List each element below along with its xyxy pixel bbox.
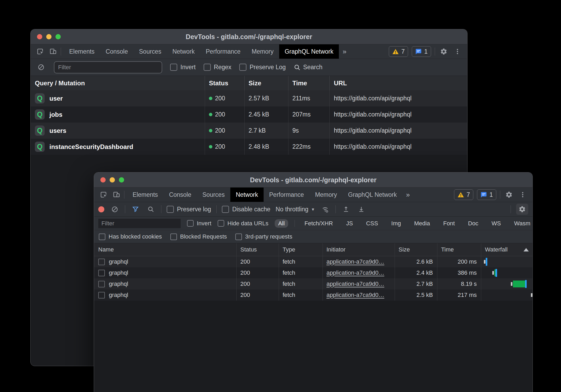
warnings-badge[interactable]: 7 <box>389 46 408 57</box>
checkbox[interactable] <box>167 206 174 213</box>
blocked-requests-checkbox[interactable]: Blocked Requests <box>170 233 227 240</box>
tab-memory[interactable]: Memory <box>310 188 343 202</box>
row-checkbox[interactable] <box>98 270 105 276</box>
kebab-menu-icon[interactable] <box>518 190 528 200</box>
col-time[interactable]: Time <box>288 76 330 90</box>
settings-gear-icon[interactable] <box>504 190 514 200</box>
waterfall-cell[interactable] <box>481 267 532 278</box>
minimize-button[interactable] <box>110 177 115 183</box>
tab-performance[interactable]: Performance <box>200 44 246 59</box>
table-row[interactable]: Q user 200 2.57 kB 211ms https://gitlab.… <box>31 90 467 106</box>
device-toolbar-icon[interactable] <box>48 46 58 57</box>
clear-icon[interactable] <box>110 204 120 214</box>
col-waterfall[interactable]: Waterfall <box>481 243 532 256</box>
waterfall-cell[interactable] <box>481 278 532 290</box>
initiator-link[interactable]: application-a7ca9d0… <box>326 269 384 276</box>
filter-input[interactable] <box>98 219 181 228</box>
filter-type-ws[interactable]: WS <box>488 219 504 228</box>
tab-performance[interactable]: Performance <box>264 188 310 202</box>
col-size[interactable]: Size <box>245 76 288 90</box>
table-row[interactable]: graphql 200 fetch application-a7ca9d0… 2… <box>94 256 532 267</box>
filter-input[interactable] <box>54 61 162 73</box>
filter-type-all[interactable]: All <box>275 219 288 228</box>
checkbox[interactable] <box>222 206 229 213</box>
search-button[interactable]: Search <box>294 64 322 71</box>
tab-graphql-network[interactable]: GraphQL Network <box>343 188 403 202</box>
checkbox[interactable] <box>218 220 224 227</box>
issues-badge[interactable]: 1 <box>477 189 496 200</box>
col-type[interactable]: Type <box>279 243 323 256</box>
close-button[interactable] <box>100 177 106 183</box>
issues-badge[interactable]: 1 <box>412 46 431 57</box>
preserve-log-checkbox[interactable]: Preserve log <box>167 206 211 213</box>
col-time[interactable]: Time <box>437 243 481 256</box>
filter-type-css[interactable]: CSS <box>363 219 381 228</box>
zoom-button[interactable] <box>119 177 124 183</box>
inspect-element-icon[interactable] <box>99 190 109 200</box>
table-row[interactable]: Q jobs 200 2.45 kB 207ms https://gitlab.… <box>31 106 467 123</box>
checkbox[interactable] <box>99 234 105 240</box>
table-row[interactable]: graphql 200 fetch application-a7ca9d0… 2… <box>94 278 532 290</box>
tab-console[interactable]: Console <box>163 188 197 202</box>
filter-type-img[interactable]: Img <box>388 219 404 228</box>
checkbox[interactable] <box>239 64 246 71</box>
tab-elements[interactable]: Elements <box>127 188 163 202</box>
checkbox[interactable] <box>170 234 177 240</box>
tab-console[interactable]: Console <box>100 44 133 59</box>
title-bar[interactable]: DevTools - gitlab.com/-/graphql-explorer <box>31 29 467 44</box>
record-button[interactable] <box>98 206 104 212</box>
waterfall-cell[interactable] <box>481 290 532 301</box>
network-settings-button[interactable] <box>516 204 528 215</box>
col-size[interactable]: Size <box>395 243 437 256</box>
filter-type-js[interactable]: JS <box>343 219 356 228</box>
initiator-link[interactable]: application-a7ca9d0… <box>326 258 384 265</box>
waterfall-cell[interactable] <box>481 256 532 267</box>
checkbox[interactable] <box>187 220 194 227</box>
minimize-button[interactable] <box>46 34 52 39</box>
filter-type-wasm[interactable]: Wasm <box>511 219 533 228</box>
col-status[interactable]: Status <box>237 243 279 256</box>
close-button[interactable] <box>37 34 42 39</box>
row-checkbox[interactable] <box>98 292 105 298</box>
import-har-icon[interactable] <box>341 204 351 214</box>
zoom-button[interactable] <box>55 34 61 39</box>
col-name[interactable]: Name <box>94 243 237 256</box>
clear-icon[interactable] <box>36 62 46 72</box>
tab-sources[interactable]: Sources <box>197 188 230 202</box>
invert-checkbox[interactable]: Invert <box>187 220 211 227</box>
inspect-element-icon[interactable] <box>35 46 45 57</box>
preserve-log-checkbox[interactable]: Preserve Log <box>239 64 286 71</box>
col-status[interactable]: Status <box>205 76 245 90</box>
invert-checkbox[interactable]: Invert <box>170 64 196 71</box>
tab-sources[interactable]: Sources <box>133 44 167 59</box>
settings-gear-icon[interactable] <box>439 46 449 57</box>
table-row[interactable]: Q users 200 2.7 kB 9s https://gitlab.com… <box>31 123 467 139</box>
tab-memory[interactable]: Memory <box>246 44 279 59</box>
warnings-badge[interactable]: 7 <box>454 189 473 200</box>
filter-funnel-icon[interactable] <box>130 204 141 214</box>
tab-network[interactable]: Network <box>230 188 264 202</box>
table-row[interactable]: graphql 200 fetch application-a7ca9d0… 2… <box>94 290 532 301</box>
regex-checkbox[interactable]: Regex <box>204 64 231 71</box>
col-url[interactable]: URL <box>330 76 467 90</box>
third-party-requests-checkbox[interactable]: 3rd-party requests <box>235 233 292 240</box>
col-initiator[interactable]: Initiator <box>323 243 395 256</box>
tab-network[interactable]: Network <box>167 44 200 59</box>
filter-type-font[interactable]: Font <box>440 219 458 228</box>
filter-type-doc[interactable]: Doc <box>465 219 482 228</box>
kebab-menu-icon[interactable] <box>452 46 462 57</box>
hide-data-urls-checkbox[interactable]: Hide data URLs <box>218 220 268 227</box>
export-har-icon[interactable] <box>356 204 366 214</box>
initiator-link[interactable]: application-a7ca9d0… <box>326 281 384 287</box>
throttling-dropdown[interactable]: No throttling ▼ <box>276 206 315 213</box>
checkbox[interactable] <box>204 64 211 71</box>
tab-elements[interactable]: Elements <box>64 44 100 59</box>
more-tabs-button[interactable]: » <box>339 44 350 59</box>
tab-graphql-network[interactable]: GraphQL Network <box>279 44 339 59</box>
sort-ascending-icon[interactable] <box>523 248 529 251</box>
network-conditions-icon[interactable] <box>320 204 330 214</box>
filter-type-media[interactable]: Media <box>411 219 433 228</box>
title-bar[interactable]: DevTools - gitlab.com/-/graphql-explorer <box>94 172 532 188</box>
more-tabs-button[interactable]: » <box>402 188 413 202</box>
checkbox[interactable] <box>170 64 177 71</box>
